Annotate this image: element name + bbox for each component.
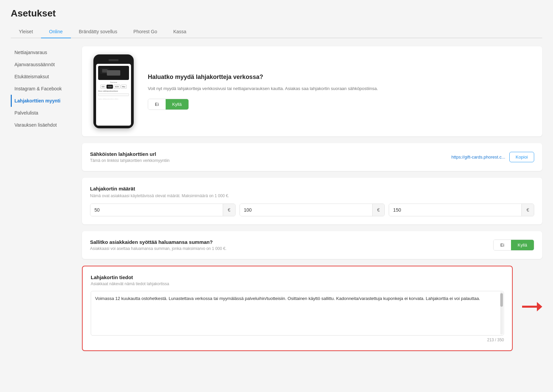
char-count: 213 / 350 [91,338,504,342]
page-title: Asetukset [11,8,542,19]
custom-amount-title: Sallitko asiakkaiden syöttää haluamansa … [90,239,226,245]
url-card-left: Sähköisten lahjakorttien url Tämä on lin… [90,151,170,163]
amount-currency-2: € [372,204,385,216]
promo-description: Voit nyt myydä lahjakortteja verkkosivus… [148,85,534,92]
amount-input-2[interactable] [240,204,372,216]
amount-input-group-3: € [389,204,534,216]
amount-currency-3: € [521,204,534,216]
url-subtitle: Tämä on linkkisi lahjakorttien verkkomyy… [90,158,170,163]
custom-amount-left: Sallitko asiakkaiden syöttää haluamansa … [90,239,226,251]
promo-toggle-group: Ei Kyllä [148,99,189,110]
amount-input-3[interactable] [389,204,521,216]
main-content: Lahjakortti Summa €50 €100 €150 Max [82,46,542,351]
custom-amount-card: Sallitko asiakkaiden syöttää haluamansa … [82,231,542,259]
custom-amount-toggle-no[interactable]: Ei [494,240,511,250]
info-textarea[interactable]: Voimassa 12 kuukautta ostohetkestä. Luna… [91,291,504,334]
copy-button[interactable]: Kopioi [509,152,534,162]
tab-phorest-go[interactable]: Phorest Go [125,26,165,38]
top-tabs: Yleiset Online Brändätty sovellus Phores… [11,26,542,38]
sidebar-item-ajanvaraussaannot[interactable]: Ajanvaraussäännöt [11,58,71,71]
url-link[interactable]: https://gift-cards.phorest.c... [451,155,505,160]
custom-amount-toggle-yes[interactable]: Kyllä [511,240,534,250]
info-title: Lahjakortin tiedot [91,274,504,280]
amounts-title: Lahjakortin määrät [90,186,534,191]
tab-kassa[interactable]: Kassa [165,26,195,38]
custom-amount-toggle-group: Ei Kyllä [493,239,534,251]
promo-card: Lahjakortti Summa €50 €100 €150 Max [82,46,542,136]
info-card-container: Lahjakortin tiedot Asiakkaat näkevät näm… [82,266,542,351]
promo-toggle-yes[interactable]: Kyllä [166,99,188,110]
amounts-subtitle: Nämä ovat asiakkaasi käytettävissä oleva… [90,193,534,198]
red-arrow-icon [522,301,542,316]
sidebar-item-varauksen-lisaehdot[interactable]: Varauksen lisäehdot [11,119,71,131]
url-card-right: https://gift-cards.phorest.c... Kopioi [451,152,534,162]
phone-mockup: Lahjakortti Summa €50 €100 €150 Max [90,54,137,128]
amount-input-group-1: € [90,204,236,216]
url-title: Sähköisten lahjakorttien url [90,151,170,157]
sidebar-item-instagram-facebook[interactable]: Instagram & Facebook [11,83,71,95]
sidebar-item-nettiajanvaraus[interactable]: Nettiajanvaraus [11,46,71,58]
amount-input-group-2: € [240,204,385,216]
sidebar-item-palvelulista[interactable]: Palvelulista [11,107,71,119]
sidebar-item-lahjakorttien-myynti[interactable]: Lahjakorttien myynti [11,95,71,107]
info-subtitle: Asiakkaat näkevät nämä tiedot lahjakorti… [91,281,504,286]
promo-text: Haluatko myydä lahjakortteja verkossa? V… [148,73,534,110]
info-card: Lahjakortin tiedot Asiakkaat näkevät näm… [82,266,513,351]
promo-toggle-no[interactable]: Ei [148,99,166,110]
promo-title: Haluatko myydä lahjakortteja verkossa? [148,73,534,81]
sidebar: Nettiajanvaraus Ajanvaraussäännöt Etukät… [11,46,71,351]
svg-marker-1 [537,302,542,311]
tab-online[interactable]: Online [41,26,71,38]
sidebar-item-etukateismaksut[interactable]: Etukäteismaksut [11,71,71,83]
amounts-card: Lahjakortin määrät Nämä ovat asiakkaasi … [82,178,542,224]
tab-yleiset[interactable]: Yleiset [11,26,41,38]
amounts-row: € € € [90,204,534,216]
textarea-scrollbar[interactable] [500,292,503,335]
text-area-wrapper: Voimassa 12 kuukautta ostohetkestä. Luna… [91,291,504,336]
amount-currency-1: € [223,204,235,216]
amount-input-1[interactable] [90,204,223,216]
custom-amount-subtitle: Asiakkaasi voi asettaa haluamansa summan… [90,246,226,251]
url-card: Sähköisten lahjakorttien url Tämä on lin… [82,143,542,171]
tab-brandatty[interactable]: Brändätty sovellus [71,26,125,38]
